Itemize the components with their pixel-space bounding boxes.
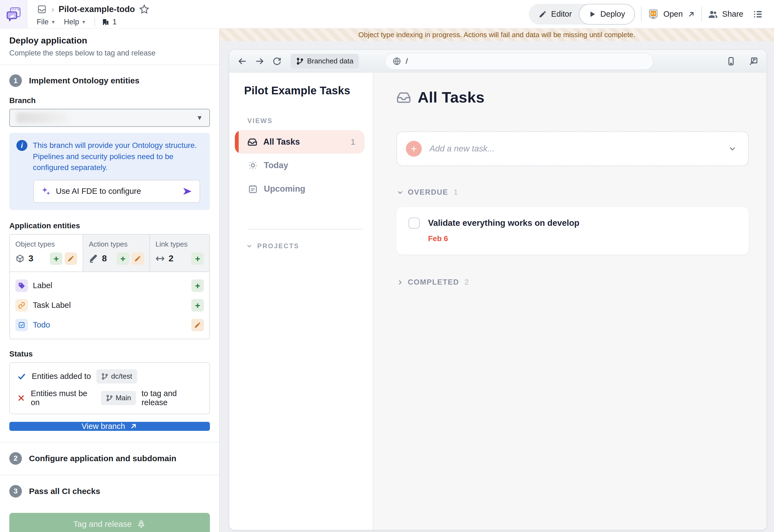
entity-row-todo[interactable]: Todo — [15, 315, 204, 335]
edit-action-types-button[interactable] — [131, 252, 144, 265]
mobile-preview-button[interactable] — [726, 57, 736, 66]
git-branch-icon — [106, 394, 113, 402]
main-title: All Tasks — [418, 88, 484, 106]
app-logo[interactable] — [0, 0, 27, 28]
add-task-label-button[interactable]: + — [191, 299, 204, 312]
entities-list: Label + Task Label + — [10, 271, 210, 339]
add-link-type-button[interactable]: + — [191, 252, 204, 265]
chevron-down-icon — [246, 242, 253, 250]
url-bar[interactable]: / — [385, 53, 653, 70]
select-caret-icon: ▼ — [196, 114, 203, 122]
edit-object-types-button[interactable] — [65, 252, 77, 265]
branch-info-callout: i This branch will provide your Ontology… — [9, 133, 210, 210]
browser-toolbar-right — [726, 56, 758, 66]
branch-badge-dc-test[interactable]: dc/test — [96, 369, 137, 384]
step-1-section: 1 Implement Ontology entities Branch ▼ i… — [0, 65, 219, 414]
todo-main: All Tasks + OVERDUE 1 — [373, 72, 766, 530]
favorite-star-icon[interactable] — [139, 4, 149, 14]
main-heading: All Tasks — [396, 88, 749, 106]
entities-header: Object types 3 + — [10, 235, 210, 271]
todo-sidebar: Pilot Example Tasks VIEWS All Tasks 1 — [229, 72, 373, 530]
chevron-down-icon — [396, 189, 404, 196]
add-task-box[interactable]: + — [396, 131, 749, 166]
task-card[interactable]: Validate everything works on develop Feb… — [396, 207, 749, 255]
entity-row-label[interactable]: Label + — [15, 276, 204, 296]
preview-browser: Branched data / — [229, 50, 766, 530]
refresh-button[interactable] — [273, 57, 281, 66]
branch-badge-main[interactable]: Main — [101, 391, 136, 405]
plus-icon: + — [406, 141, 422, 157]
status-row-added: Entities added to dc/test — [17, 369, 202, 384]
chevron-down-icon[interactable] — [728, 144, 737, 153]
forward-button[interactable] — [255, 57, 264, 66]
screen: › Pilot-example-todo File ▾ Help ▾ — [0, 0, 774, 532]
task-checkbox[interactable] — [408, 217, 420, 229]
pencil-icon — [194, 321, 201, 329]
menu-bar: File ▾ Help ▾ 1 — [37, 16, 149, 28]
view-branch-button[interactable]: View branch — [9, 422, 210, 431]
open-button[interactable]: Open — [648, 8, 696, 20]
menu-file[interactable]: File ▾ — [37, 17, 57, 27]
org-indicator[interactable]: 1 — [101, 18, 116, 26]
file-caret-icon: ▾ — [52, 19, 55, 25]
share-button[interactable]: Share — [708, 9, 743, 19]
branch-label: Branch — [9, 96, 210, 105]
deploy-subtitle: Complete the steps below to tag and rele… — [9, 49, 210, 57]
browser-toolbar: Branched data / — [229, 50, 766, 72]
branched-data-badge[interactable]: Branched data — [291, 54, 359, 69]
deploy-tab[interactable]: Deploy — [579, 4, 635, 25]
add-object-type-button[interactable]: + — [50, 252, 62, 265]
step-3-number: 3 — [9, 485, 22, 498]
nav-today[interactable]: Today — [235, 154, 365, 177]
indexing-banner: Object type indexing in progress. Action… — [220, 28, 774, 41]
views-section-label: VIEWS — [248, 117, 365, 125]
object-types-cell: Object types 3 + — [10, 235, 83, 271]
back-button[interactable] — [238, 57, 247, 66]
inbox-icon — [396, 90, 411, 105]
step-2-number: 2 — [9, 452, 22, 465]
entities-card: Object types 3 + — [9, 234, 210, 339]
action-pen-icon — [89, 254, 98, 263]
completed-group-header[interactable]: COMPLETED 2 — [396, 278, 749, 287]
sparkles-icon — [41, 186, 51, 196]
nav-upcoming[interactable]: Upcoming — [235, 177, 365, 201]
pencil-icon — [67, 255, 74, 262]
editor-tab[interactable]: Editor — [531, 4, 579, 25]
action-types-cell: Action types 8 + — [83, 235, 149, 271]
entity-row-task-label[interactable]: Task Label + — [15, 296, 204, 315]
menu-help[interactable]: Help ▾ — [61, 17, 88, 27]
list-menu-icon[interactable] — [753, 9, 763, 19]
step-1-header: 1 Implement Ontology entities — [9, 74, 210, 87]
x-icon — [17, 394, 25, 402]
play-icon — [589, 11, 596, 18]
users-icon — [708, 9, 718, 19]
open-in-window-button[interactable] — [748, 56, 758, 66]
all-tasks-count: 1 — [351, 137, 355, 147]
ai-fde-button[interactable]: Use AI FDE to configure — [33, 180, 200, 203]
header-left: › Pilot-example-todo File ▾ Help ▾ — [27, 0, 149, 28]
task-due-date: Feb 6 — [428, 234, 737, 243]
arrow-up-right-icon — [687, 10, 696, 18]
sun-icon — [248, 160, 258, 170]
nav-all-tasks[interactable]: All Tasks 1 — [235, 130, 365, 154]
check-icon — [17, 372, 26, 381]
add-label-button[interactable]: + — [191, 279, 204, 292]
overdue-group-header[interactable]: OVERDUE 1 — [396, 188, 749, 197]
tag-icon — [15, 279, 28, 292]
branch-select[interactable]: ▼ — [9, 109, 210, 127]
info-icon: i — [16, 140, 27, 151]
chevron-right-icon — [396, 279, 404, 286]
app-monitor-icon — [648, 8, 659, 20]
tag-and-release-button[interactable]: Tag and release — [9, 513, 210, 532]
app-header: › Pilot-example-todo File ▾ Help ▾ — [0, 0, 774, 28]
todo-app-title: Pilot Example Tasks — [244, 84, 365, 97]
pencil-icon — [538, 10, 547, 18]
deploy-panel: Deploy application Complete the steps be… — [0, 28, 220, 532]
send-arrow-icon — [182, 186, 192, 197]
add-task-input[interactable] — [429, 144, 728, 154]
projects-section[interactable]: PROJECTS — [246, 242, 365, 250]
arrow-up-right-icon — [129, 422, 138, 430]
project-tray-icon[interactable] — [37, 4, 47, 14]
add-action-type-button[interactable]: + — [116, 252, 129, 265]
edit-todo-button[interactable] — [191, 319, 204, 331]
